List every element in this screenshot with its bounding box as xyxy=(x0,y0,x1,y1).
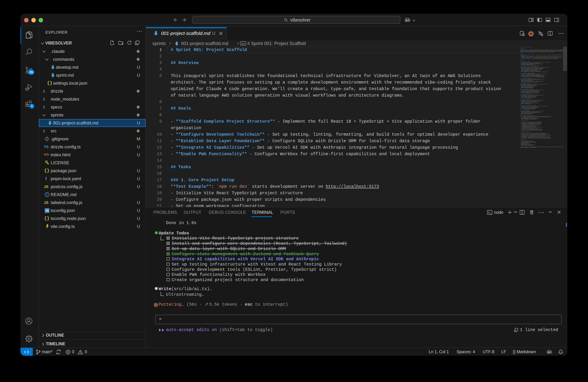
svg-text:abc: abc xyxy=(241,42,245,45)
svg-text:TS: TS xyxy=(45,209,49,212)
